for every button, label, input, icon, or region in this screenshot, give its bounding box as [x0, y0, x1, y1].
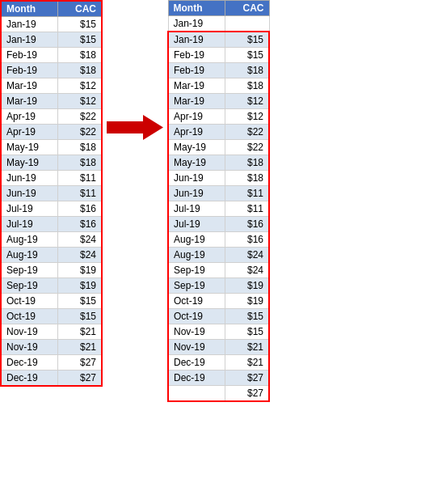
left-cell-r15-c1: $24 [57, 248, 102, 263]
right-cell-r5-c0: Mar-19 [168, 94, 225, 109]
tables-container: Month CAC Jan-19$15Jan-19$15Feb-19$18Feb… [0, 0, 270, 402]
left-cell-r1-c0: Jan-19 [1, 32, 57, 48]
right-cell-r0-c0: Jan-19 [168, 16, 225, 32]
right-cell-r13-c0: Jul-19 [168, 217, 225, 232]
left-cell-r12-c1: $16 [57, 201, 102, 217]
right-cell-r10-c1: $18 [225, 171, 269, 186]
right-cell-r12-c0: Jul-19 [168, 201, 225, 217]
left-cell-r6-c0: Apr-19 [1, 109, 57, 125]
right-cell-r13-c1: $16 [225, 217, 269, 232]
left-cell-r14-c0: Aug-19 [1, 232, 57, 248]
left-cell-r18-c0: Oct-19 [1, 294, 57, 309]
right-cell-r5-c1: $12 [225, 94, 269, 109]
left-cell-r2-c0: Feb-19 [1, 48, 57, 63]
right-cell-r3-c0: Feb-19 [168, 63, 225, 78]
left-cell-r4-c1: $12 [57, 78, 102, 94]
right-cell-r19-c0: Oct-19 [168, 309, 225, 324]
right-table-container: Month CAC Jan-19Jan-19$15Feb-19$15Feb-19… [167, 0, 270, 402]
left-cell-r16-c0: Sep-19 [1, 263, 57, 278]
left-cell-r14-c1: $24 [57, 232, 102, 248]
left-cell-r20-c0: Nov-19 [1, 324, 57, 340]
left-cell-r3-c1: $18 [57, 63, 102, 78]
right-cell-r4-c1: $18 [225, 78, 269, 94]
right-cell-r18-c1: $19 [225, 294, 269, 309]
right-cell-r10-c0: Jun-19 [168, 171, 225, 186]
right-cell-r11-c0: Jun-19 [168, 186, 225, 201]
left-cell-r5-c0: Mar-19 [1, 94, 57, 109]
left-cell-r7-c1: $22 [57, 125, 102, 140]
right-cell-r12-c1: $11 [225, 201, 269, 217]
right-cell-r15-c0: Aug-19 [168, 248, 225, 263]
left-cell-r23-c1: $27 [57, 371, 102, 387]
left-cell-r23-c0: Dec-19 [1, 371, 57, 387]
left-cell-r0-c1: $15 [57, 17, 102, 32]
right-cell-r7-c1: $22 [225, 125, 269, 140]
left-cell-r22-c1: $27 [57, 355, 102, 371]
right-cell-r20-c1: $15 [225, 324, 269, 340]
left-cell-r1-c1: $15 [57, 32, 102, 48]
left-cell-r19-c1: $15 [57, 309, 102, 324]
left-cell-r20-c1: $21 [57, 324, 102, 340]
left-cell-r11-c0: Jun-19 [1, 186, 57, 201]
page-wrapper: Month CAC Jan-19$15Jan-19$15Feb-19$18Feb… [0, 0, 421, 402]
left-cell-r9-c1: $18 [57, 155, 102, 171]
left-cell-r2-c1: $18 [57, 48, 102, 63]
right-cell-r4-c0: Mar-19 [168, 78, 225, 94]
right-cell-r7-c0: Apr-19 [168, 125, 225, 140]
right-cell-r1-c0: Jan-19 [168, 32, 225, 48]
left-table-container: Month CAC Jan-19$15Jan-19$15Feb-19$18Feb… [0, 0, 103, 387]
left-cell-r9-c0: May-19 [1, 155, 57, 171]
left-cell-r8-c0: May-19 [1, 140, 57, 155]
right-cell-r24-c0 [168, 386, 225, 402]
left-cell-r18-c1: $15 [57, 294, 102, 309]
left-cell-r16-c1: $19 [57, 263, 102, 278]
right-cell-r15-c1: $24 [225, 248, 269, 263]
right-cell-r23-c0: Dec-19 [168, 371, 225, 386]
right-header-cac: CAC [225, 1, 269, 16]
left-cell-r11-c1: $11 [57, 186, 102, 201]
left-cell-r7-c0: Apr-19 [1, 125, 57, 140]
right-header-month: Month [168, 1, 225, 16]
right-cell-r16-c0: Sep-19 [168, 263, 225, 278]
left-cell-r17-c0: Sep-19 [1, 278, 57, 294]
right-cell-r24-c1: $27 [225, 386, 269, 402]
left-cell-r15-c0: Aug-19 [1, 248, 57, 263]
right-cell-r1-c1: $15 [225, 32, 269, 48]
right-cell-r0-c1 [225, 16, 269, 32]
left-cell-r8-c1: $18 [57, 140, 102, 155]
right-cell-r11-c1: $11 [225, 186, 269, 201]
right-cell-r8-c0: May-19 [168, 140, 225, 155]
left-cell-r21-c0: Nov-19 [1, 340, 57, 355]
right-cell-r21-c1: $21 [225, 340, 269, 355]
right-cell-r9-c1: $18 [225, 155, 269, 171]
right-cell-r20-c0: Nov-19 [168, 324, 225, 340]
right-cell-r17-c0: Sep-19 [168, 278, 225, 294]
left-cell-r13-c0: Jul-19 [1, 217, 57, 232]
right-cell-r16-c1: $24 [225, 263, 269, 278]
right-cell-r17-c1: $19 [225, 278, 269, 294]
right-cell-r6-c0: Apr-19 [168, 109, 225, 125]
left-cell-r5-c1: $12 [57, 94, 102, 109]
left-cell-r3-c0: Feb-19 [1, 63, 57, 78]
left-cell-r19-c0: Oct-19 [1, 309, 57, 324]
right-cell-r6-c1: $12 [225, 109, 269, 125]
left-cell-r22-c0: Dec-19 [1, 355, 57, 371]
right-arrow-icon [107, 113, 163, 142]
right-cell-r19-c1: $15 [225, 309, 269, 324]
left-cell-r12-c0: Jul-19 [1, 201, 57, 217]
right-cell-r3-c1: $18 [225, 63, 269, 78]
right-cell-r22-c1: $21 [225, 355, 269, 371]
right-cell-r21-c0: Nov-19 [168, 340, 225, 355]
right-cell-r2-c0: Feb-19 [168, 48, 225, 63]
svg-marker-0 [107, 115, 163, 140]
right-cell-r8-c1: $22 [225, 140, 269, 155]
right-cell-r23-c1: $27 [225, 371, 269, 386]
right-cell-r2-c1: $15 [225, 48, 269, 63]
left-cell-r10-c0: Jun-19 [1, 171, 57, 186]
right-cell-r9-c0: May-19 [168, 155, 225, 171]
left-cell-r6-c1: $22 [57, 109, 102, 125]
right-cell-r18-c0: Oct-19 [168, 294, 225, 309]
right-cell-r22-c0: Dec-19 [168, 355, 225, 371]
left-cell-r0-c0: Jan-19 [1, 17, 57, 32]
right-table: Month CAC Jan-19Jan-19$15Feb-19$15Feb-19… [167, 0, 270, 402]
